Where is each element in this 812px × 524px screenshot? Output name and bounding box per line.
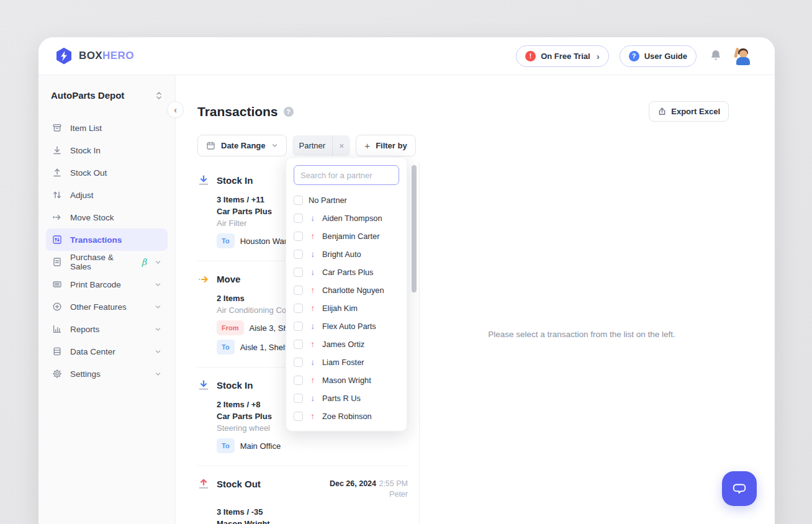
partner-search-input[interactable] <box>294 165 399 185</box>
list-scrollbar-thumb[interactable] <box>412 165 417 292</box>
partner-filter-dropdown: No Partner ↓ Aiden Thompson ↑ Benjamin C… <box>286 157 407 431</box>
chevron-down-icon <box>155 259 161 266</box>
checkbox[interactable] <box>294 412 303 421</box>
gear-icon <box>52 369 62 379</box>
sidebar-item-purchase-sales[interactable]: Purchase & Sales β <box>46 251 168 273</box>
workspace-selector[interactable]: AutoParts Depot <box>46 88 168 101</box>
user-avatar[interactable] <box>734 47 752 65</box>
sidebar-collapse-button[interactable]: ‹ <box>167 101 184 118</box>
checkbox[interactable] <box>294 340 303 349</box>
arrow-up-icon: ↑ <box>309 412 317 421</box>
sidebar-item-label: Reports <box>70 325 99 334</box>
checkbox[interactable] <box>294 304 303 313</box>
checkbox[interactable] <box>294 376 303 385</box>
partner-option[interactable]: ↑ Benjamin Carter <box>294 227 399 245</box>
partner-chip-label: Partner <box>292 141 333 150</box>
sidebar-item-reports[interactable]: Reports <box>46 318 168 340</box>
boxhero-hexagon-icon <box>55 47 73 65</box>
free-trial-button[interactable]: ! On Free Trial › <box>516 45 608 67</box>
partner-option[interactable]: ↑ Mason Wright <box>294 371 399 389</box>
sidebar-item-data-center[interactable]: Data Center <box>46 340 168 363</box>
question-badge-icon: ? <box>629 51 639 61</box>
sidebar-item-label: Move Stock <box>70 213 114 222</box>
user-guide-label: User Guide <box>644 52 687 61</box>
transaction-row-stock-out[interactable]: Stock Out Dec 26, 2024 2:55 PM Peter 3 I… <box>197 466 408 524</box>
sidebar-item-transactions[interactable]: Transactions <box>46 228 168 251</box>
partner-option-label: Liam Foster <box>322 358 364 367</box>
date-range-button[interactable]: Date Range <box>197 135 287 156</box>
user-guide-button[interactable]: ? User Guide <box>620 45 697 67</box>
checkbox[interactable] <box>294 358 303 367</box>
partner-option[interactable]: ↓ Aiden Thompson <box>294 209 399 227</box>
partner-option[interactable]: ↑ Zoe Robinson <box>294 407 399 425</box>
export-excel-button[interactable]: Export Excel <box>649 101 729 122</box>
partner-option[interactable]: ↓ Parts R Us <box>294 389 399 407</box>
notifications-bell-icon[interactable] <box>708 48 723 63</box>
checkbox[interactable] <box>294 394 303 403</box>
sidebar: AutoParts Depot Item List Stock In <box>38 75 176 524</box>
chevron-down-icon <box>155 326 161 333</box>
partner-option-label: Aiden Thompson <box>322 214 382 223</box>
sidebar-item-label: Item List <box>70 124 102 133</box>
sidebar-item-adjust[interactable]: Adjust <box>46 184 168 206</box>
partner-option[interactable]: ↑ Charlotte Nguyen <box>294 281 399 299</box>
filter-by-button[interactable]: + Filter by <box>356 135 415 156</box>
checkbox[interactable] <box>294 196 303 205</box>
chevron-down-icon <box>155 371 161 377</box>
close-icon[interactable]: × <box>333 141 350 151</box>
chevron-down-icon <box>155 348 161 355</box>
partner-option-label: No Partner <box>309 196 347 205</box>
transaction-type: Stock In <box>217 379 253 391</box>
partner-option-label: Elijah Kim <box>322 304 358 313</box>
chat-launcher-button[interactable] <box>722 471 757 506</box>
sort-updown-icon <box>155 91 163 100</box>
archive-box-icon <box>52 123 62 133</box>
arrow-down-icon: ↓ <box>309 322 317 331</box>
arrow-up-tray-icon <box>52 168 62 178</box>
date-range-label: Date Range <box>221 141 266 150</box>
checkbox[interactable] <box>294 214 303 223</box>
arrow-up-icon: ↑ <box>309 286 317 295</box>
to-badge: To <box>217 438 235 453</box>
help-icon[interactable]: ? <box>284 107 294 117</box>
partner-option[interactable]: ↓ Bright Auto <box>294 245 399 263</box>
partner-option[interactable]: ↑ Elijah Kim <box>294 299 399 317</box>
chevron-down-icon <box>155 281 161 288</box>
stock-in-icon <box>197 174 210 187</box>
partner-filter-chip[interactable]: Partner × <box>292 135 351 156</box>
partner-option-label: Zoe Robinson <box>322 412 372 421</box>
partner-option[interactable]: ↓ Car Parts Plus <box>294 263 399 281</box>
sidebar-item-label: Stock Out <box>70 168 107 178</box>
sidebar-item-item-list[interactable]: Item List <box>46 117 168 139</box>
boxhero-logo[interactable]: BOXHERO <box>55 47 134 65</box>
partner-option-label: Benjamin Carter <box>322 232 379 241</box>
plus-icon: + <box>364 140 370 151</box>
partner-option[interactable]: ↑ James Ortiz <box>294 335 399 353</box>
sidebar-item-label: Adjust <box>70 191 94 200</box>
checkbox[interactable] <box>294 286 303 295</box>
sidebar-item-move-stock[interactable]: Move Stock <box>46 206 168 228</box>
checkbox[interactable] <box>294 250 303 259</box>
sidebar-item-other-features[interactable]: Other Features <box>46 296 168 318</box>
partner-option[interactable]: ↓ Liam Foster <box>294 353 399 371</box>
checkbox[interactable] <box>294 322 303 331</box>
filter-by-label: Filter by <box>376 141 407 150</box>
sidebar-item-stock-in[interactable]: Stock In <box>46 139 168 161</box>
transaction-user: Peter <box>389 490 408 499</box>
sidebar-item-settings[interactable]: Settings <box>46 363 168 385</box>
sidebar-item-stock-out[interactable]: Stock Out <box>46 161 168 184</box>
export-excel-label: Export Excel <box>671 107 720 116</box>
arrow-down-icon: ↓ <box>309 358 317 367</box>
bar-chart-icon <box>52 324 62 334</box>
sidebar-item-label: Other Features <box>70 302 127 312</box>
sidebar-item-label: Data Center <box>70 347 115 356</box>
sidebar-item-print-barcode[interactable]: Print Barcode <box>46 273 168 296</box>
document-icon <box>52 257 62 267</box>
checkbox[interactable] <box>294 268 303 277</box>
partner-option[interactable]: ↓ Flex Auto Parts <box>294 317 399 335</box>
main-content: ‹ Transactions ? Export Excel Date Range… <box>176 75 775 524</box>
partner-option-no-partner[interactable]: No Partner <box>294 191 399 209</box>
checkbox[interactable] <box>294 232 303 241</box>
page-title: Transactions <box>197 104 278 119</box>
transaction-time: 2:55 PM <box>379 479 408 488</box>
